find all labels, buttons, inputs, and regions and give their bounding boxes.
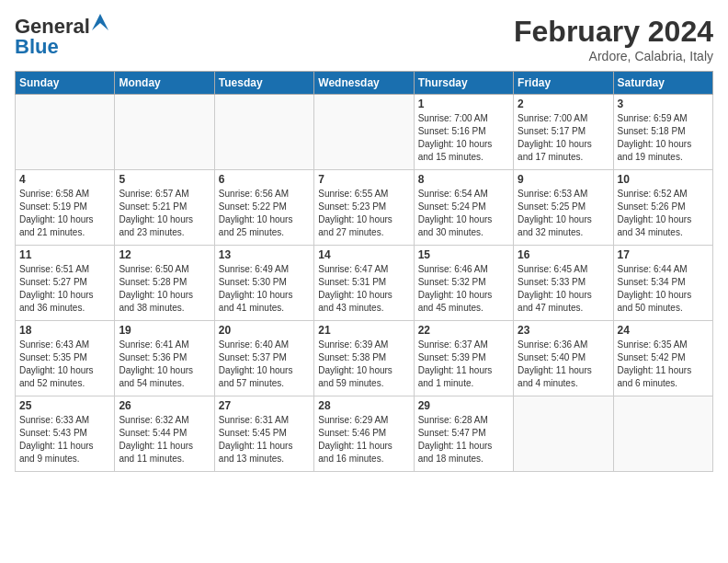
cell-0-3 <box>314 95 414 170</box>
day-info-10: Sunrise: 6:52 AM Sunset: 5:26 PM Dayligh… <box>618 188 709 239</box>
cell-0-1 <box>115 95 214 170</box>
day-number-22: 22 <box>418 324 509 337</box>
day-info-29: Sunrise: 6:28 AM Sunset: 5:47 PM Dayligh… <box>418 414 509 465</box>
cell-3-5: 23Sunrise: 6:36 AM Sunset: 5:40 PM Dayli… <box>514 321 613 396</box>
day-number-29: 29 <box>418 399 509 412</box>
day-info-18: Sunrise: 6:43 AM Sunset: 5:35 PM Dayligh… <box>19 339 110 390</box>
cell-1-5: 9Sunrise: 6:53 AM Sunset: 5:25 PM Daylig… <box>514 170 613 246</box>
day-info-21: Sunrise: 6:39 AM Sunset: 5:38 PM Dayligh… <box>318 339 409 390</box>
day-number-19: 19 <box>119 324 210 337</box>
day-number-23: 23 <box>518 324 609 337</box>
day-info-28: Sunrise: 6:29 AM Sunset: 5:46 PM Dayligh… <box>318 414 409 465</box>
cell-2-2: 13Sunrise: 6:49 AM Sunset: 5:30 PM Dayli… <box>214 246 313 321</box>
day-info-11: Sunrise: 6:51 AM Sunset: 5:27 PM Dayligh… <box>19 263 110 315</box>
day-number-21: 21 <box>318 324 409 337</box>
day-number-10: 10 <box>618 173 709 186</box>
day-number-24: 24 <box>618 324 709 337</box>
cell-4-5 <box>514 396 613 472</box>
week-row-4: 25Sunrise: 6:33 AM Sunset: 5:43 PM Dayli… <box>16 396 713 472</box>
cell-1-0: 4Sunrise: 6:58 AM Sunset: 5:19 PM Daylig… <box>16 170 115 246</box>
cell-0-2 <box>214 95 313 170</box>
svg-marker-0 <box>92 14 108 30</box>
page-header: General Blue February 2024 Ardore, Calab… <box>15 15 713 63</box>
day-number-15: 15 <box>418 248 509 261</box>
day-info-24: Sunrise: 6:35 AM Sunset: 5:42 PM Dayligh… <box>618 339 709 390</box>
day-number-18: 18 <box>19 324 110 337</box>
day-number-13: 13 <box>219 248 310 261</box>
day-info-3: Sunrise: 6:59 AM Sunset: 5:18 PM Dayligh… <box>618 112 709 164</box>
day-info-6: Sunrise: 6:56 AM Sunset: 5:22 PM Dayligh… <box>219 188 310 239</box>
cell-3-0: 18Sunrise: 6:43 AM Sunset: 5:35 PM Dayli… <box>16 321 115 396</box>
day-number-11: 11 <box>19 248 110 261</box>
day-number-7: 7 <box>318 173 409 186</box>
weekday-header-row: Sunday Monday Tuesday Wednesday Thursday… <box>16 72 713 95</box>
cell-2-3: 14Sunrise: 6:47 AM Sunset: 5:31 PM Dayli… <box>314 246 414 321</box>
day-info-20: Sunrise: 6:40 AM Sunset: 5:37 PM Dayligh… <box>219 339 310 390</box>
calendar-location: Ardore, Calabria, Italy <box>514 49 713 63</box>
cell-3-1: 19Sunrise: 6:41 AM Sunset: 5:36 PM Dayli… <box>115 321 214 396</box>
cell-4-0: 25Sunrise: 6:33 AM Sunset: 5:43 PM Dayli… <box>16 396 115 472</box>
cell-0-4: 1Sunrise: 7:00 AM Sunset: 5:16 PM Daylig… <box>414 95 513 170</box>
week-row-3: 18Sunrise: 6:43 AM Sunset: 5:35 PM Dayli… <box>16 321 713 396</box>
day-info-7: Sunrise: 6:55 AM Sunset: 5:23 PM Dayligh… <box>318 188 409 239</box>
day-number-8: 8 <box>418 173 509 186</box>
calendar-title: February 2024 <box>514 15 713 49</box>
cell-2-1: 12Sunrise: 6:50 AM Sunset: 5:28 PM Dayli… <box>115 246 214 321</box>
cell-3-2: 20Sunrise: 6:40 AM Sunset: 5:37 PM Dayli… <box>214 321 313 396</box>
day-info-16: Sunrise: 6:45 AM Sunset: 5:33 PM Dayligh… <box>518 263 609 315</box>
day-number-3: 3 <box>618 98 709 110</box>
day-info-26: Sunrise: 6:32 AM Sunset: 5:44 PM Dayligh… <box>119 414 210 465</box>
cell-0-6: 3Sunrise: 6:59 AM Sunset: 5:18 PM Daylig… <box>613 95 712 170</box>
day-number-28: 28 <box>318 399 409 412</box>
header-monday: Monday <box>115 72 214 95</box>
day-info-17: Sunrise: 6:44 AM Sunset: 5:34 PM Dayligh… <box>618 263 709 315</box>
day-info-5: Sunrise: 6:57 AM Sunset: 5:21 PM Dayligh… <box>119 188 210 239</box>
logo: General Blue <box>15 15 108 59</box>
header-sunday: Sunday <box>16 72 115 95</box>
week-row-0: 1Sunrise: 7:00 AM Sunset: 5:16 PM Daylig… <box>16 95 713 170</box>
day-info-25: Sunrise: 6:33 AM Sunset: 5:43 PM Dayligh… <box>19 414 110 465</box>
cell-4-2: 27Sunrise: 6:31 AM Sunset: 5:45 PM Dayli… <box>214 396 313 472</box>
cell-0-5: 2Sunrise: 7:00 AM Sunset: 5:17 PM Daylig… <box>514 95 613 170</box>
header-friday: Friday <box>514 72 613 95</box>
day-number-27: 27 <box>219 399 310 412</box>
cell-4-4: 29Sunrise: 6:28 AM Sunset: 5:47 PM Dayli… <box>414 396 513 472</box>
day-number-20: 20 <box>219 324 310 337</box>
cell-0-0 <box>16 95 115 170</box>
day-number-25: 25 <box>19 399 110 412</box>
cell-3-4: 22Sunrise: 6:37 AM Sunset: 5:39 PM Dayli… <box>414 321 513 396</box>
day-info-27: Sunrise: 6:31 AM Sunset: 5:45 PM Dayligh… <box>219 414 310 465</box>
cell-1-3: 7Sunrise: 6:55 AM Sunset: 5:23 PM Daylig… <box>314 170 414 246</box>
cell-2-5: 16Sunrise: 6:45 AM Sunset: 5:33 PM Dayli… <box>514 246 613 321</box>
cell-3-3: 21Sunrise: 6:39 AM Sunset: 5:38 PM Dayli… <box>314 321 414 396</box>
title-block: February 2024 Ardore, Calabria, Italy <box>514 15 713 63</box>
day-number-14: 14 <box>318 248 409 261</box>
cell-4-3: 28Sunrise: 6:29 AM Sunset: 5:46 PM Dayli… <box>314 396 414 472</box>
day-info-8: Sunrise: 6:54 AM Sunset: 5:24 PM Dayligh… <box>418 188 509 239</box>
day-info-22: Sunrise: 6:37 AM Sunset: 5:39 PM Dayligh… <box>418 339 509 390</box>
day-info-15: Sunrise: 6:46 AM Sunset: 5:32 PM Dayligh… <box>418 263 509 315</box>
day-number-12: 12 <box>119 248 210 261</box>
day-info-19: Sunrise: 6:41 AM Sunset: 5:36 PM Dayligh… <box>119 339 210 390</box>
header-wednesday: Wednesday <box>314 72 414 95</box>
day-number-16: 16 <box>518 248 609 261</box>
cell-2-0: 11Sunrise: 6:51 AM Sunset: 5:27 PM Dayli… <box>16 246 115 321</box>
day-number-26: 26 <box>119 399 210 412</box>
cell-4-1: 26Sunrise: 6:32 AM Sunset: 5:44 PM Dayli… <box>115 396 214 472</box>
cell-2-4: 15Sunrise: 6:46 AM Sunset: 5:32 PM Dayli… <box>414 246 513 321</box>
day-info-23: Sunrise: 6:36 AM Sunset: 5:40 PM Dayligh… <box>518 339 609 390</box>
day-number-4: 4 <box>19 173 110 186</box>
page-container: General Blue February 2024 Ardore, Calab… <box>0 0 728 479</box>
day-info-4: Sunrise: 6:58 AM Sunset: 5:19 PM Dayligh… <box>19 188 110 239</box>
day-number-6: 6 <box>219 173 310 186</box>
header-tuesday: Tuesday <box>214 72 313 95</box>
week-row-1: 4Sunrise: 6:58 AM Sunset: 5:19 PM Daylig… <box>16 170 713 246</box>
day-info-14: Sunrise: 6:47 AM Sunset: 5:31 PM Dayligh… <box>318 263 409 315</box>
day-info-1: Sunrise: 7:00 AM Sunset: 5:16 PM Dayligh… <box>418 112 509 164</box>
day-number-1: 1 <box>418 98 509 110</box>
cell-2-6: 17Sunrise: 6:44 AM Sunset: 5:34 PM Dayli… <box>613 246 712 321</box>
cell-1-1: 5Sunrise: 6:57 AM Sunset: 5:21 PM Daylig… <box>115 170 214 246</box>
cell-1-2: 6Sunrise: 6:56 AM Sunset: 5:22 PM Daylig… <box>214 170 313 246</box>
header-thursday: Thursday <box>414 72 513 95</box>
week-row-2: 11Sunrise: 6:51 AM Sunset: 5:27 PM Dayli… <box>16 246 713 321</box>
